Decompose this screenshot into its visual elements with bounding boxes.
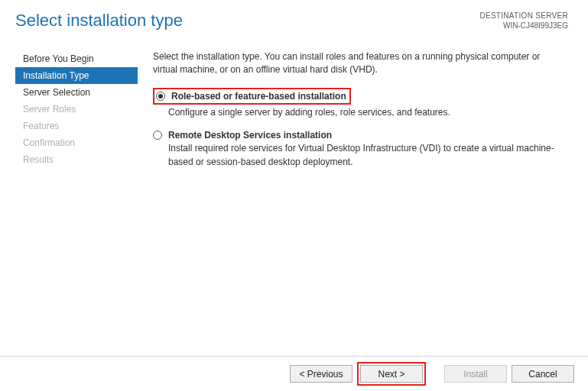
radio-icon[interactable] — [153, 131, 162, 140]
sidebar-item-confirmation: Confirmation — [15, 134, 138, 151]
option-desc: Install required role services for Virtu… — [168, 142, 567, 169]
destination-label: DESTINATION SERVER — [479, 11, 568, 21]
destination-info: DESTINATION SERVER WIN-CJ48I99J3EG — [479, 11, 568, 31]
option-desc: Configure a single server by adding role… — [168, 106, 567, 119]
install-button: Install — [444, 365, 507, 383]
cancel-button[interactable]: Cancel — [512, 365, 574, 383]
sidebar-item-before-you-begin[interactable]: Before You Begin — [15, 50, 138, 67]
sidebar-item-results: Results — [15, 151, 138, 168]
sidebar-item-server-roles: Server Roles — [15, 101, 138, 118]
radio-icon[interactable] — [156, 92, 165, 101]
option-title: Remote Desktop Services installation — [168, 130, 332, 141]
option-title: Role-based or feature-based installation — [171, 91, 346, 102]
sidebar-item-installation-type[interactable]: Installation Type — [15, 67, 138, 84]
next-button[interactable]: Next > — [360, 365, 423, 383]
destination-name: WIN-CJ48I99J3EG — [479, 21, 568, 31]
previous-button[interactable]: < Previous — [290, 365, 352, 383]
option-rds[interactable]: Remote Desktop Services installation Ins… — [153, 130, 567, 169]
content-area: Select the installation type. You can in… — [138, 50, 588, 179]
intro-text: Select the installation type. You can in… — [153, 50, 567, 77]
highlight-box: Next > — [357, 362, 426, 386]
sidebar-item-features: Features — [15, 118, 138, 134]
wizard-sidebar: Before You Begin Installation Type Serve… — [0, 50, 138, 179]
sidebar-item-server-selection[interactable]: Server Selection — [15, 84, 138, 101]
highlight-box: Role-based or feature-based installation — [153, 88, 351, 105]
wizard-footer: < Previous Next > Install Cancel — [0, 356, 588, 391]
option-role-based[interactable]: Role-based or feature-based installation… — [153, 88, 567, 119]
page-title: Select installation type — [15, 11, 183, 31]
